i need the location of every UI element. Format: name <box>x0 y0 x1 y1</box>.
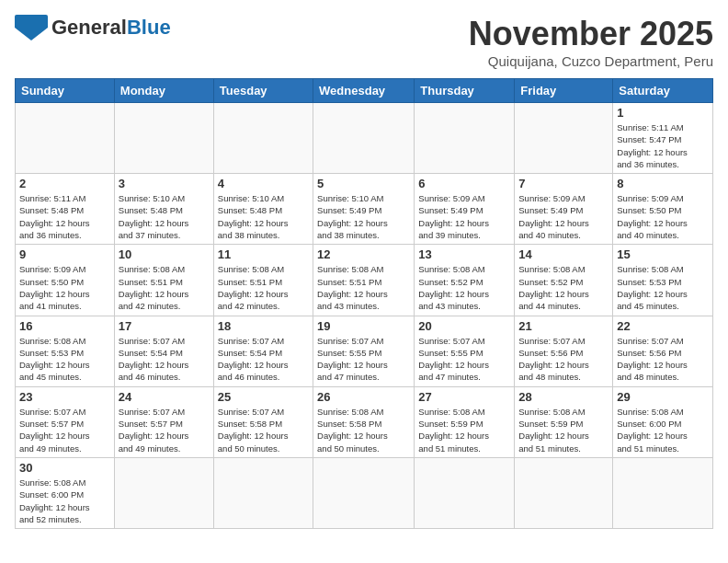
day-info: Sunrise: 5:08 AM Sunset: 5:58 PM Dayligh… <box>317 406 410 454</box>
day-info: Sunrise: 5:08 AM Sunset: 5:51 PM Dayligh… <box>218 263 309 312</box>
week-row-3: 16Sunrise: 5:08 AM Sunset: 5:53 PM Dayli… <box>16 316 713 386</box>
calendar-table: SundayMondayTuesdayWednesdayThursdayFrid… <box>15 78 713 529</box>
calendar-cell <box>213 103 313 174</box>
calendar-cell: 4Sunrise: 5:10 AM Sunset: 5:48 PM Daylig… <box>213 174 313 245</box>
day-number: 24 <box>119 390 210 404</box>
day-info: Sunrise: 5:07 AM Sunset: 5:57 PM Dayligh… <box>119 406 210 454</box>
day-info: Sunrise: 5:07 AM Sunset: 5:55 PM Dayligh… <box>418 335 510 384</box>
day-info: Sunrise: 5:11 AM Sunset: 5:47 PM Dayligh… <box>617 121 709 170</box>
calendar-cell <box>213 457 313 528</box>
calendar-cell: 11Sunrise: 5:08 AM Sunset: 5:51 PM Dayli… <box>213 245 313 316</box>
day-number: 22 <box>617 319 709 333</box>
calendar-cell: 26Sunrise: 5:08 AM Sunset: 5:58 PM Dayli… <box>313 386 415 457</box>
day-number: 27 <box>418 390 510 404</box>
week-row-0: 1Sunrise: 5:11 AM Sunset: 5:47 PM Daylig… <box>16 103 713 174</box>
calendar-cell: 15Sunrise: 5:08 AM Sunset: 5:53 PM Dayli… <box>613 245 713 316</box>
day-info: Sunrise: 5:07 AM Sunset: 5:56 PM Dayligh… <box>617 335 709 384</box>
calendar-cell: 6Sunrise: 5:09 AM Sunset: 5:49 PM Daylig… <box>415 174 515 245</box>
calendar-cell <box>515 103 613 174</box>
day-number: 11 <box>218 247 309 261</box>
calendar-cell: 8Sunrise: 5:09 AM Sunset: 5:50 PM Daylig… <box>613 174 713 245</box>
day-number: 25 <box>218 390 309 404</box>
logo-general: General <box>51 16 127 39</box>
day-info: Sunrise: 5:07 AM Sunset: 5:54 PM Dayligh… <box>119 335 210 384</box>
day-number: 4 <box>218 177 309 190</box>
day-info: Sunrise: 5:07 AM Sunset: 5:55 PM Dayligh… <box>317 335 410 384</box>
calendar-cell: 5Sunrise: 5:10 AM Sunset: 5:49 PM Daylig… <box>313 174 415 245</box>
day-info: Sunrise: 5:08 AM Sunset: 6:00 PM Dayligh… <box>19 477 110 525</box>
calendar-cell <box>313 103 415 174</box>
day-number: 28 <box>518 390 609 404</box>
day-number: 6 <box>418 177 510 190</box>
calendar-cell: 2Sunrise: 5:11 AM Sunset: 5:48 PM Daylig… <box>16 174 115 245</box>
day-number: 21 <box>518 319 609 333</box>
month-title: November 2025 <box>469 15 713 53</box>
calendar-cell: 1Sunrise: 5:11 AM Sunset: 5:47 PM Daylig… <box>613 103 713 174</box>
day-number: 7 <box>518 177 609 190</box>
calendar-cell <box>114 103 213 174</box>
calendar-cell: 13Sunrise: 5:08 AM Sunset: 5:52 PM Dayli… <box>415 245 515 316</box>
calendar-cell: 27Sunrise: 5:08 AM Sunset: 5:59 PM Dayli… <box>415 386 515 457</box>
weekday-header-row: SundayMondayTuesdayWednesdayThursdayFrid… <box>16 79 713 103</box>
day-info: Sunrise: 5:10 AM Sunset: 5:49 PM Dayligh… <box>317 192 410 241</box>
location-subtitle: Quiquijana, Cuzco Department, Peru <box>469 53 713 69</box>
day-number: 26 <box>317 390 410 404</box>
day-info: Sunrise: 5:09 AM Sunset: 5:50 PM Dayligh… <box>19 263 110 312</box>
day-info: Sunrise: 5:08 AM Sunset: 5:51 PM Dayligh… <box>317 263 410 312</box>
day-info: Sunrise: 5:10 AM Sunset: 5:48 PM Dayligh… <box>119 192 210 241</box>
day-number: 8 <box>617 177 709 190</box>
weekday-header-saturday: Saturday <box>613 79 713 103</box>
page-header: GeneralBlue November 2025 Quiquijana, Cu… <box>15 15 713 69</box>
day-info: Sunrise: 5:07 AM Sunset: 5:56 PM Dayligh… <box>518 335 609 384</box>
day-info: Sunrise: 5:07 AM Sunset: 5:57 PM Dayligh… <box>19 406 110 454</box>
day-number: 23 <box>19 390 110 404</box>
title-section: November 2025 Quiquijana, Cuzco Departme… <box>469 15 713 69</box>
day-number: 15 <box>617 247 709 261</box>
day-number: 17 <box>119 319 210 333</box>
calendar-cell: 25Sunrise: 5:07 AM Sunset: 5:58 PM Dayli… <box>213 386 313 457</box>
logo-wordmark: GeneralBlue <box>51 17 171 39</box>
day-info: Sunrise: 5:08 AM Sunset: 5:52 PM Dayligh… <box>418 263 510 312</box>
day-info: Sunrise: 5:08 AM Sunset: 5:59 PM Dayligh… <box>518 406 609 454</box>
calendar-cell: 17Sunrise: 5:07 AM Sunset: 5:54 PM Dayli… <box>114 316 213 386</box>
day-number: 1 <box>617 106 709 120</box>
calendar-cell: 18Sunrise: 5:07 AM Sunset: 5:54 PM Dayli… <box>213 316 313 386</box>
calendar-cell: 14Sunrise: 5:08 AM Sunset: 5:52 PM Dayli… <box>515 245 613 316</box>
calendar-cell: 7Sunrise: 5:09 AM Sunset: 5:49 PM Daylig… <box>515 174 613 245</box>
day-number: 30 <box>19 461 110 475</box>
weekday-header-friday: Friday <box>515 79 613 103</box>
calendar-cell <box>16 103 115 174</box>
logo-text-area: GeneralBlue <box>51 17 171 39</box>
weekday-header-monday: Monday <box>114 79 213 103</box>
day-info: Sunrise: 5:08 AM Sunset: 5:51 PM Dayligh… <box>119 263 210 312</box>
day-number: 5 <box>317 177 410 190</box>
weekday-header-thursday: Thursday <box>415 79 515 103</box>
day-info: Sunrise: 5:11 AM Sunset: 5:48 PM Dayligh… <box>19 192 110 241</box>
day-number: 18 <box>218 319 309 333</box>
day-number: 13 <box>418 247 510 261</box>
day-info: Sunrise: 5:07 AM Sunset: 5:58 PM Dayligh… <box>218 406 309 454</box>
calendar-cell: 10Sunrise: 5:08 AM Sunset: 5:51 PM Dayli… <box>114 245 213 316</box>
day-info: Sunrise: 5:08 AM Sunset: 5:53 PM Dayligh… <box>617 263 709 312</box>
weekday-header-sunday: Sunday <box>16 79 115 103</box>
day-number: 9 <box>19 247 110 261</box>
calendar-cell: 30Sunrise: 5:08 AM Sunset: 6:00 PM Dayli… <box>16 457 115 528</box>
day-info: Sunrise: 5:08 AM Sunset: 5:53 PM Dayligh… <box>19 335 110 384</box>
calendar-cell <box>415 457 515 528</box>
week-row-5: 30Sunrise: 5:08 AM Sunset: 6:00 PM Dayli… <box>16 457 713 528</box>
logo-icon <box>15 15 48 40</box>
calendar-cell: 19Sunrise: 5:07 AM Sunset: 5:55 PM Dayli… <box>313 316 415 386</box>
week-row-1: 2Sunrise: 5:11 AM Sunset: 5:48 PM Daylig… <box>16 174 713 245</box>
calendar-cell: 16Sunrise: 5:08 AM Sunset: 5:53 PM Dayli… <box>16 316 115 386</box>
calendar-cell: 21Sunrise: 5:07 AM Sunset: 5:56 PM Dayli… <box>515 316 613 386</box>
day-number: 10 <box>119 247 210 261</box>
day-info: Sunrise: 5:08 AM Sunset: 6:00 PM Dayligh… <box>617 406 709 454</box>
day-number: 14 <box>518 247 609 261</box>
calendar-cell: 22Sunrise: 5:07 AM Sunset: 5:56 PM Dayli… <box>613 316 713 386</box>
logo: GeneralBlue <box>15 15 171 40</box>
day-number: 3 <box>119 177 210 190</box>
calendar-cell: 20Sunrise: 5:07 AM Sunset: 5:55 PM Dayli… <box>415 316 515 386</box>
calendar-cell: 24Sunrise: 5:07 AM Sunset: 5:57 PM Dayli… <box>114 386 213 457</box>
day-info: Sunrise: 5:08 AM Sunset: 5:59 PM Dayligh… <box>418 406 510 454</box>
calendar-cell <box>515 457 613 528</box>
